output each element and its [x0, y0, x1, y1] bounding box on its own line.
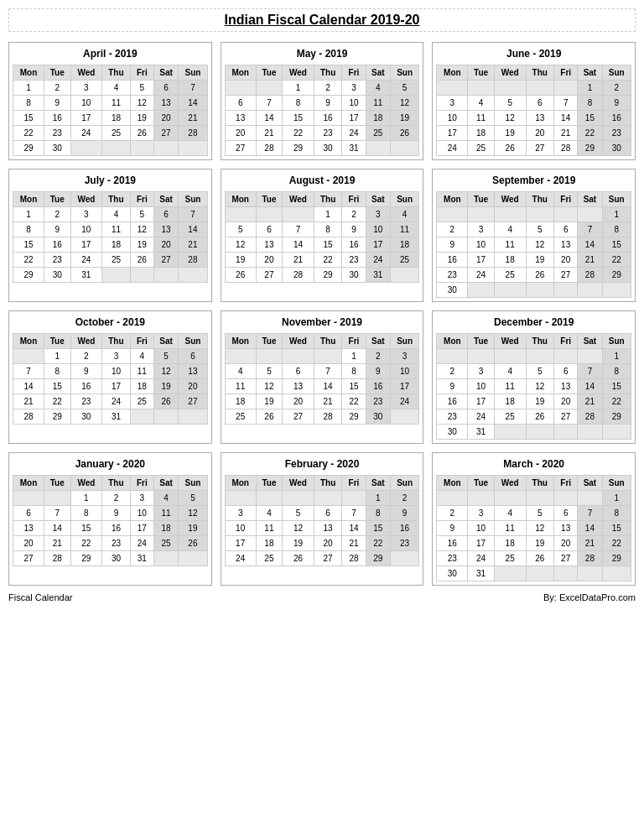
day-header: Fri	[342, 192, 366, 207]
calendar-day: 2	[44, 81, 71, 96]
calendar-day	[468, 207, 495, 222]
calendar-day: 31	[102, 409, 131, 425]
calendar-day: 23	[366, 394, 390, 409]
calendar-day: 29	[283, 141, 314, 156]
day-header: Thu	[314, 334, 342, 349]
calendar-day: 20	[179, 379, 207, 394]
calendar-day: 9	[437, 379, 468, 394]
day-header: Thu	[102, 192, 131, 207]
calendar-day: 6	[554, 222, 578, 237]
calendar-day: 22	[13, 253, 44, 268]
calendar-day: 18	[390, 237, 418, 253]
calendar-day: 28	[283, 268, 314, 283]
day-header: Mon	[225, 192, 256, 207]
calendar-day: 24	[437, 141, 468, 156]
calendar-day	[554, 491, 578, 506]
calendar-day: 18	[494, 394, 526, 409]
calendar-day: 18	[494, 536, 526, 551]
calendar-day: 17	[70, 111, 102, 126]
month-container: August - 2019MonTueWedThuFriSatSun123456…	[221, 169, 424, 302]
calendar-day: 2	[314, 81, 342, 96]
calendar-day: 18	[102, 111, 131, 126]
calendar-day: 2	[366, 349, 390, 364]
day-header: Wed	[494, 192, 526, 207]
calendar-day: 10	[468, 237, 495, 253]
calendar-day	[494, 81, 526, 96]
calendar-day: 7	[314, 364, 342, 379]
calendar-day: 8	[366, 506, 390, 521]
calendar-day: 6	[283, 364, 314, 379]
calendar-day: 20	[13, 536, 44, 551]
calendar-day	[437, 349, 468, 364]
calendar-day: 6	[179, 349, 207, 364]
day-header: Fri	[554, 334, 578, 349]
calendar-day: 22	[314, 253, 342, 268]
calendar-day: 8	[578, 96, 602, 111]
calendar-day: 7	[179, 81, 207, 96]
calendar-grid: April - 2019MonTueWedThuFriSatSun1234567…	[8, 42, 636, 586]
day-header: Fri	[342, 476, 366, 491]
calendar-day: 10	[390, 364, 418, 379]
calendar-day: 2	[437, 364, 468, 379]
month-container: December - 2019MonTueWedThuFriSatSun1234…	[432, 310, 636, 444]
calendar-day: 11	[366, 96, 390, 111]
calendar-day: 29	[314, 268, 342, 283]
calendar-day: 5	[179, 491, 207, 506]
calendar-day: 6	[13, 506, 44, 521]
calendar-day	[554, 566, 578, 581]
calendar-day: 12	[283, 521, 314, 536]
calendar-day: 19	[130, 237, 153, 253]
calendar-day: 7	[578, 506, 602, 521]
calendar-day: 17	[468, 394, 495, 409]
calendar-day: 20	[154, 111, 179, 126]
calendar-day: 5	[526, 222, 554, 237]
calendar-day: 14	[578, 521, 602, 536]
calendar-day: 7	[44, 506, 71, 521]
calendar-day: 3	[70, 207, 102, 222]
calendar-day: 22	[602, 536, 631, 551]
calendar-day: 29	[13, 141, 44, 156]
calendar-day: 23	[437, 409, 468, 425]
calendar-day: 30	[437, 283, 468, 298]
calendar-day: 27	[554, 268, 578, 283]
day-header: Fri	[130, 476, 153, 491]
calendar-day: 16	[437, 394, 468, 409]
calendar-day	[526, 425, 554, 440]
calendar-day: 19	[256, 394, 283, 409]
calendar-day: 12	[526, 521, 554, 536]
calendar-day: 10	[342, 96, 366, 111]
calendar-day: 14	[554, 111, 578, 126]
calendar-day: 11	[154, 506, 179, 521]
calendar-day: 24	[468, 551, 495, 566]
calendar-day: 10	[366, 222, 390, 237]
calendar-day	[256, 349, 283, 364]
calendar-day: 20	[283, 394, 314, 409]
calendar-day	[179, 409, 207, 425]
calendar-day: 26	[179, 536, 207, 551]
day-header: Tue	[44, 65, 71, 81]
calendar-day: 9	[314, 96, 342, 111]
calendar-day: 7	[578, 364, 602, 379]
calendar-day: 16	[437, 536, 468, 551]
day-header: Wed	[494, 476, 526, 491]
day-header: Thu	[102, 476, 131, 491]
calendar-day: 13	[526, 111, 554, 126]
day-header: Sun	[179, 476, 207, 491]
calendar-day: 31	[468, 425, 495, 440]
day-header: Mon	[437, 65, 468, 81]
calendar-day: 8	[602, 506, 631, 521]
calendar-day: 22	[70, 536, 102, 551]
calendar-day: 19	[526, 253, 554, 268]
day-header: Fri	[130, 65, 153, 81]
calendar-day	[70, 141, 102, 156]
day-header: Mon	[225, 65, 256, 81]
calendar-day	[468, 283, 495, 298]
calendar-day: 22	[366, 536, 390, 551]
calendar-day: 9	[70, 364, 102, 379]
month-table: MonTueWedThuFriSatSun1234567891011121314…	[436, 333, 631, 440]
calendar-day: 11	[390, 222, 418, 237]
calendar-day: 1	[602, 491, 631, 506]
calendar-day	[578, 491, 602, 506]
calendar-day: 30	[314, 141, 342, 156]
calendar-day: 26	[154, 394, 179, 409]
